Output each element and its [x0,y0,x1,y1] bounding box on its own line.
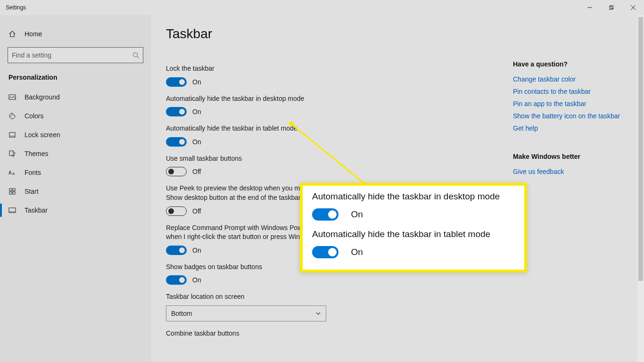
callout-state-desktop: On [351,209,363,219]
sidebar-item-label: Lock screen [25,131,60,139]
sidebar: Home Find a setting Personalization Back… [0,15,151,362]
callout-toggle-tablet[interactable] [312,246,339,258]
sidebar-item-label: Background [25,93,60,101]
taskbar-icon [8,206,16,214]
window-title: Settings [6,4,26,11]
svg-point-9 [12,114,13,115]
page-title: Taskbar [166,26,629,41]
toggle-state: On [192,276,201,284]
start-icon [8,188,16,195]
setting-label: Lock the taskbar [166,64,468,74]
svg-point-8 [10,115,11,116]
setting-autohide-tablet: Automatically hide the taskbar in tablet… [166,124,468,147]
toggle-autohide-tablet[interactable] [166,137,187,147]
sidebar-item-label: Taskbar [25,206,48,214]
search-icon [132,52,139,58]
callout-box: Automatically hide the taskbar in deskto… [300,183,527,272]
setting-taskbar-location: Taskbar location on screen Bottom [166,292,468,321]
setting-autohide-desktop: Automatically hide the taskbar in deskto… [166,94,468,117]
sidebar-item-start[interactable]: Start [0,182,151,201]
svg-rect-15 [9,189,12,191]
setting-label: Automatically hide the taskbar in tablet… [166,124,468,133]
svg-rect-17 [9,192,12,194]
toggle-state: Off [192,207,201,215]
setting-label: Automatically hide the taskbar in deskto… [166,94,468,104]
toggle-small-buttons[interactable] [166,167,187,176]
sidebar-home-label: Home [25,30,42,38]
sidebar-item-label: Colors [25,112,43,120]
chevron-down-icon [315,311,321,316]
callout-label-tablet: Automatically hide the taskbar in tablet… [312,229,515,239]
right-panel: Have a question? Change taskbar color Pi… [513,60,631,180]
rp-link-color[interactable]: Change taskbar color [513,75,631,83]
toggle-badges[interactable] [166,275,187,285]
picture-icon [8,93,16,101]
sidebar-item-background[interactable]: Background [0,88,151,107]
svg-text:A: A [12,172,15,176]
svg-rect-20 [9,211,16,213]
search-input[interactable]: Find a setting [8,47,143,63]
svg-text:A: A [8,170,12,175]
toggle-state: Off [192,168,201,175]
toggle-state: On [192,247,201,254]
rp-link-pin-app[interactable]: Pin an app to the taskbar [513,100,631,107]
fonts-icon: AA [8,169,16,176]
themes-icon [8,150,16,157]
setting-small-buttons: Use small taskbar buttons Off [166,154,468,177]
svg-rect-18 [13,192,15,194]
sidebar-item-taskbar[interactable]: Taskbar [0,201,151,220]
svg-point-5 [133,53,138,57]
toggle-state: On [192,78,201,86]
rp-question-heading: Have a question? [513,60,631,68]
dropdown-value: Bottom [171,310,192,317]
sidebar-item-label: Start [25,188,39,195]
sidebar-item-label: Fonts [25,169,41,176]
setting-label: Use small taskbar buttons [166,154,468,164]
callout-toggle-desktop[interactable] [312,208,339,221]
rp-link-pin-contacts[interactable]: Pin contacts to the taskbar [513,88,631,95]
setting-lock-taskbar: Lock the taskbar On [166,64,468,87]
scrollbar-thumb[interactable] [638,17,643,281]
toggle-autohide-desktop[interactable] [166,107,187,116]
close-button[interactable] [622,0,644,15]
svg-rect-12 [9,151,13,156]
toggle-powershell[interactable] [166,246,187,255]
titlebar: Settings [0,0,644,15]
svg-rect-11 [9,135,15,137]
sidebar-home[interactable]: Home [0,26,151,47]
sidebar-item-fonts[interactable]: AA Fonts [0,163,151,182]
svg-rect-16 [13,189,15,191]
sidebar-item-themes[interactable]: Themes [0,144,151,163]
rp-link-feedback[interactable]: Give us feedback [513,168,631,175]
minimize-button[interactable] [579,0,601,15]
svg-line-6 [137,57,139,58]
scrollbar[interactable] [637,15,644,362]
sidebar-item-colors[interactable]: Colors [0,107,151,125]
callout-label-desktop: Automatically hide the taskbar in deskto… [312,191,515,202]
dropdown-taskbar-location[interactable]: Bottom [166,305,326,321]
toggle-lock-taskbar[interactable] [166,77,187,87]
rp-link-help[interactable]: Get help [513,124,631,132]
sidebar-item-label: Themes [25,150,49,157]
home-icon [8,30,16,38]
toggle-state: On [192,108,201,115]
sidebar-item-lockscreen[interactable]: Lock screen [0,125,151,144]
setting-combine: Combine taskbar buttons [166,329,468,338]
callout-state-tablet: On [351,247,363,257]
setting-label: Combine taskbar buttons [166,329,468,338]
setting-label: Taskbar location on screen [166,292,468,302]
rp-better-heading: Make Windows better [513,153,631,160]
lockscreen-icon [8,131,16,139]
maximize-button[interactable] [601,0,622,15]
search-placeholder: Find a setting [12,51,51,59]
palette-icon [8,112,16,120]
rp-link-battery[interactable]: Show the battery icon on the taskbar [513,112,631,120]
toggle-peek[interactable] [166,206,187,216]
toggle-state: On [192,138,201,146]
sidebar-section-title: Personalization [0,74,151,88]
